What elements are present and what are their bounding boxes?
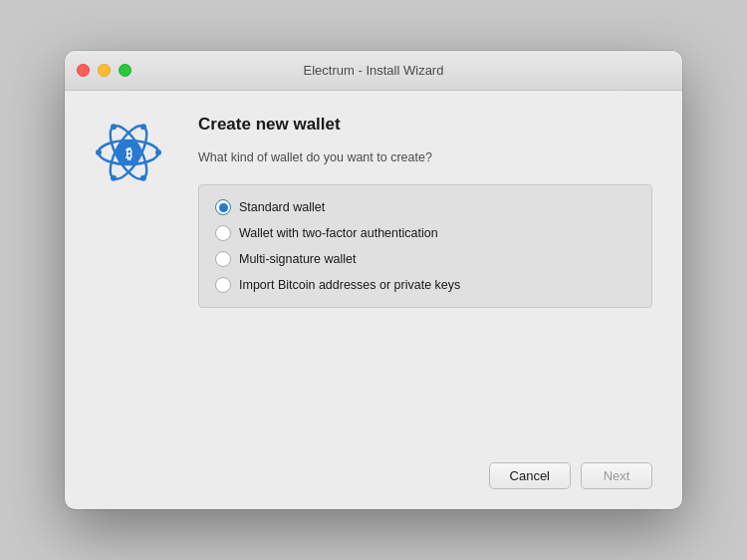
svg-point-8 xyxy=(111,175,117,181)
svg-point-10 xyxy=(140,175,146,181)
maximize-button[interactable] xyxy=(119,64,131,77)
button-row: Cancel Next xyxy=(95,446,652,489)
radio-multisig[interactable] xyxy=(215,251,231,267)
radio-import[interactable] xyxy=(215,277,231,293)
svg-point-7 xyxy=(140,124,146,130)
option-multisig-label: Multi-signature wallet xyxy=(239,252,356,266)
main-area: ₿ Create new wallet What kind of wallet … xyxy=(95,115,652,446)
radio-2fa[interactable] xyxy=(215,225,231,241)
option-multisig[interactable]: Multi-signature wallet xyxy=(215,251,635,267)
subtitle: What kind of wallet do you want to creat… xyxy=(198,150,652,164)
option-import[interactable]: Import Bitcoin addresses or private keys xyxy=(215,277,635,293)
traffic-lights xyxy=(77,64,131,77)
electrum-logo-icon: ₿ xyxy=(95,119,162,186)
radio-standard[interactable] xyxy=(215,199,231,215)
svg-point-9 xyxy=(111,124,117,130)
page-title: Create new wallet xyxy=(198,115,652,135)
option-import-label: Import Bitcoin addresses or private keys xyxy=(239,278,460,292)
minimize-button[interactable] xyxy=(98,64,111,77)
svg-point-6 xyxy=(96,149,102,155)
window-title: Electrum - Install Wizard xyxy=(304,63,444,78)
option-2fa[interactable]: Wallet with two-factor authentication xyxy=(215,225,635,241)
wallet-type-options: Standard wallet Wallet with two-factor a… xyxy=(198,184,652,308)
option-standard-label: Standard wallet xyxy=(239,200,325,214)
option-2fa-label: Wallet with two-factor authentication xyxy=(239,226,438,240)
close-button[interactable] xyxy=(77,64,90,77)
svg-text:₿: ₿ xyxy=(125,145,132,161)
option-standard[interactable]: Standard wallet xyxy=(215,199,635,215)
svg-point-5 xyxy=(155,149,161,155)
next-button[interactable]: Next xyxy=(581,462,652,489)
content-area: Create new wallet What kind of wallet do… xyxy=(198,115,652,446)
main-window: Electrum - Install Wizard ₿ xyxy=(65,51,682,509)
title-bar: Electrum - Install Wizard xyxy=(65,51,682,91)
window-content: ₿ Create new wallet What kind of wallet … xyxy=(65,91,682,509)
cancel-button[interactable]: Cancel xyxy=(489,462,571,489)
logo-area: ₿ xyxy=(95,115,174,446)
